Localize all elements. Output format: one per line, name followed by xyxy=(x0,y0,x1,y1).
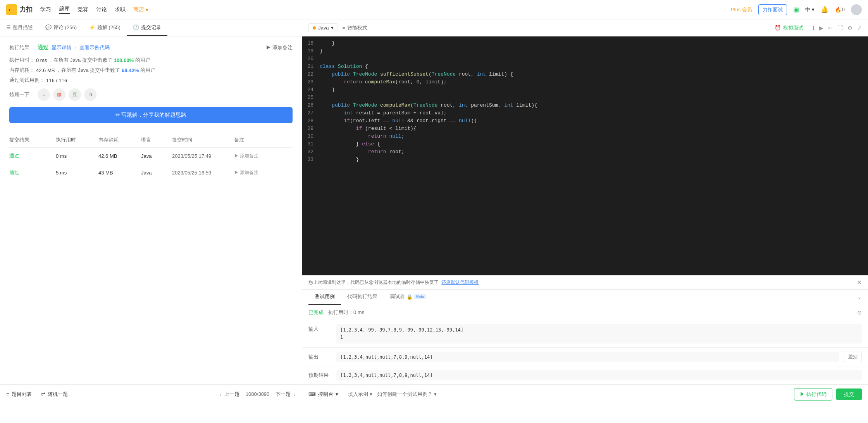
row2-memory: 43 MB xyxy=(98,170,141,176)
info-icon[interactable]: ℹ xyxy=(813,25,815,31)
memory-value: 42.6 MB xyxy=(36,67,55,73)
row2-date: 2023/05/25 16:59 xyxy=(172,170,234,176)
smart-mode-toggle[interactable]: 智能模式 xyxy=(343,24,367,31)
line-code-31: } else { xyxy=(320,140,380,148)
submit-button[interactable]: 提交 xyxy=(836,388,862,400)
fire-container: 🔥 0 xyxy=(835,7,845,13)
line-num-25: 25 xyxy=(302,94,320,102)
prev-label[interactable]: 上一题 xyxy=(224,391,239,398)
completed-row: 已完成 执行用时：0 ms ⊙ xyxy=(302,305,868,320)
row2-note[interactable]: ▶ 添加备注 xyxy=(234,169,293,176)
nav-discuss[interactable]: 讨论 xyxy=(96,6,107,13)
how-to-create-link[interactable]: 如何创建一个测试用例？ ▾ xyxy=(377,391,437,398)
show-detail-link[interactable]: 显示详情 xyxy=(52,44,72,51)
line-code-23: return computeMax(root, 0, limit); xyxy=(320,78,447,86)
share-douban-btn[interactable]: 豆 xyxy=(69,88,81,101)
nav-jobs[interactable]: 求职 xyxy=(115,6,126,13)
code-line-30: 30 return null; xyxy=(302,133,868,140)
interview-button[interactable]: 力扣面试 xyxy=(758,4,787,15)
logo[interactable]: ⟵ 力扣 xyxy=(6,4,33,15)
share-generic-btn[interactable]: ○ xyxy=(38,88,50,101)
table-row: 通过 0 ms 42.6 MB Java 2023/05/25 17:49 ▶ … xyxy=(9,148,293,164)
top-nav: ⟵ 力扣 学习 题库 竞赛 讨论 求职 商店 ▾ Plus 会员 力扣面试 ▣ … xyxy=(0,0,868,19)
nav-learn[interactable]: 学习 xyxy=(40,6,51,13)
diff-button[interactable]: 差别 xyxy=(844,352,862,362)
tab-comments[interactable]: 💬 评论 (256) xyxy=(39,19,83,36)
problem-list-btn[interactable]: ≡ 题目列表 xyxy=(6,391,32,398)
right-editor-header: Java ▾ 智能模式 ⏰ 模拟面试 ℹ ▶ ↩ ⛶ ⚙ ⤢ xyxy=(302,19,868,36)
fullscreen-icon[interactable]: ⤢ xyxy=(857,25,862,31)
restore-link[interactable]: 还原默认代码模板 xyxy=(441,280,479,285)
memory-row: 内存消耗： 42.6 MB ，在所有 Java 提交中击败了 68.42% 的用… xyxy=(9,67,293,74)
nav-shop[interactable]: 商店 ▾ xyxy=(133,6,148,13)
desc-icon: ☰ xyxy=(6,24,11,30)
test-cases-row: 通过测试用例： 116 / 116 xyxy=(9,77,293,84)
memory-label: 内存消耗： xyxy=(9,67,34,74)
expected-value: [1,2,3,4,null,null,7,8,9,null,14] xyxy=(336,370,862,380)
expand-icon[interactable]: ⛶ xyxy=(837,25,843,31)
monitor-icon[interactable]: ▣ xyxy=(793,6,799,13)
prev-arrow[interactable]: ‹ xyxy=(219,391,221,397)
tab-solutions[interactable]: ⚡ 题解 (265) xyxy=(83,19,127,36)
share-label: 炫耀一下： xyxy=(9,91,34,98)
page-navigation: ‹ 上一题 1080/3090 下一题 › xyxy=(219,391,296,398)
line-num-18: 18 xyxy=(302,40,320,47)
line-num-19: 19 xyxy=(302,47,320,55)
page-info: 1080/3090 xyxy=(243,391,272,397)
code-editor[interactable]: 18 } 19 } 20 21 class Solution { 22 xyxy=(302,36,868,275)
share-linkedin-btn[interactable]: in xyxy=(84,88,96,101)
input-label: 输入 xyxy=(308,324,332,333)
table-header: 提交结果 执行用时 内存消耗 语言 提交时间 备注 xyxy=(9,133,293,148)
nav-problems[interactable]: 题库 xyxy=(59,5,70,14)
col-header-memory: 内存消耗 xyxy=(98,136,141,143)
add-note-btn[interactable]: ▶ 添加备注 xyxy=(266,44,293,51)
console-btn[interactable]: ⌨ 控制台 ▾ xyxy=(308,391,338,398)
row2-result[interactable]: 通过 xyxy=(9,169,56,176)
lang-selector[interactable]: 中 ▾ xyxy=(805,6,815,13)
undo-icon[interactable]: ↩ xyxy=(828,25,833,31)
code-line-31: 31 } else { xyxy=(302,140,868,148)
share-weibo-btn[interactable]: 微 xyxy=(53,88,65,101)
fire-count: 0 xyxy=(842,7,845,12)
expand-bottom-icon[interactable]: ⌄ xyxy=(857,294,862,300)
bell-icon[interactable]: 🔔 xyxy=(821,6,828,13)
editor-toolbar-icons: ℹ ▶ ↩ ⛶ ⚙ ⤢ xyxy=(813,25,862,31)
tab-submissions[interactable]: 🕐 提交记录 xyxy=(127,19,167,36)
exec-time-display: 执行用时：0 ms xyxy=(328,309,364,316)
exec-time-row: 执行用时： 0 ms ，在所有 Java 提交中击败了 100.00% 的用户 xyxy=(9,57,293,64)
btab-testcase[interactable]: 测试用例 xyxy=(308,289,341,305)
code-line-32: 32 return root; xyxy=(302,148,868,156)
fill-example-btn[interactable]: 填入示例 ▾ xyxy=(348,391,372,398)
next-label[interactable]: 下一题 xyxy=(276,391,291,398)
memory-percent: 68.42% xyxy=(122,67,139,73)
code-line-18: 18 } xyxy=(302,40,868,47)
tab-description[interactable]: ☰ 题目描述 xyxy=(0,19,39,36)
btab-debugger[interactable]: 调试器 🔒 Beta xyxy=(384,289,432,305)
nav-contest[interactable]: 竞赛 xyxy=(78,6,88,13)
run-code-button[interactable]: ▶ 执行代码 xyxy=(794,388,832,401)
fill-arrow: ▾ xyxy=(370,391,372,397)
write-solution-btn[interactable]: ✏ 写题解，分享我的解题思路 xyxy=(9,107,293,123)
sub-tabs-row: ☰ 题目描述 💬 评论 (256) ⚡ 题解 (265) 🕐 提交记录 Java… xyxy=(0,19,868,36)
list-icon: ≡ xyxy=(6,391,9,397)
avatar[interactable] xyxy=(851,4,862,15)
run-icon[interactable]: ▶ xyxy=(819,25,823,31)
row1-note[interactable]: ▶ 添加备注 xyxy=(234,153,293,159)
result-circle-icon[interactable]: ⊙ xyxy=(857,309,862,316)
close-restore-icon[interactable]: ✕ xyxy=(857,279,862,286)
clock-icon: 🕐 xyxy=(133,24,139,30)
show-code-link[interactable]: 查看示例代码 xyxy=(79,44,110,51)
logo-text: 力扣 xyxy=(19,5,33,14)
row1-result[interactable]: 通过 xyxy=(9,152,56,159)
next-arrow[interactable]: › xyxy=(294,391,296,397)
random-btn[interactable]: ⇄ 随机一题 xyxy=(41,391,68,398)
lang-dropdown-editor[interactable]: Java ▾ xyxy=(308,23,338,32)
code-line-27: 27 int result = parentSum + root.val; xyxy=(302,109,868,117)
line-code-19: } xyxy=(320,47,323,55)
table-row: 通过 5 ms 43 MB Java 2023/05/25 16:59 ▶ 添加… xyxy=(9,164,293,181)
plus-member-btn[interactable]: Plus 会员 xyxy=(731,6,752,13)
settings-icon[interactable]: ⚙ xyxy=(847,25,852,31)
code-line-19: 19 } xyxy=(302,47,868,55)
btab-exec-result[interactable]: 代码执行结果 xyxy=(341,289,384,305)
mock-interview-btn[interactable]: ⏰ 模拟面试 xyxy=(775,24,803,31)
